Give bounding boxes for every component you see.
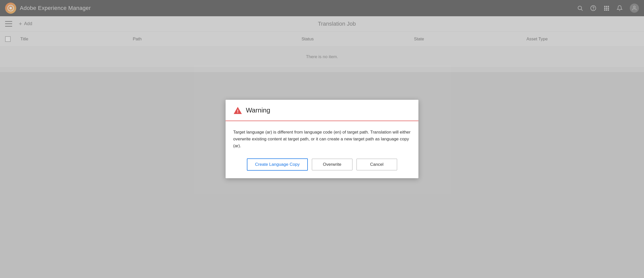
dialog-body: Target language (ar) is different from l… bbox=[226, 121, 418, 156]
modal-overlay: ! Warning Target language (ar) is differ… bbox=[0, 0, 644, 278]
dialog-title: Warning bbox=[246, 106, 270, 114]
dialog-footer: Create Language Copy Overwrite Cancel bbox=[226, 156, 418, 178]
cancel-button[interactable]: Cancel bbox=[357, 159, 397, 170]
svg-text:!: ! bbox=[237, 109, 239, 114]
create-language-copy-button[interactable]: Create Language Copy bbox=[247, 158, 308, 171]
overwrite-button[interactable]: Overwrite bbox=[312, 159, 352, 170]
warning-dialog: ! Warning Target language (ar) is differ… bbox=[226, 100, 418, 178]
dialog-message: Target language (ar) is different from l… bbox=[233, 129, 411, 150]
warning-icon: ! bbox=[233, 106, 242, 115]
dialog-header: ! Warning bbox=[226, 100, 418, 121]
